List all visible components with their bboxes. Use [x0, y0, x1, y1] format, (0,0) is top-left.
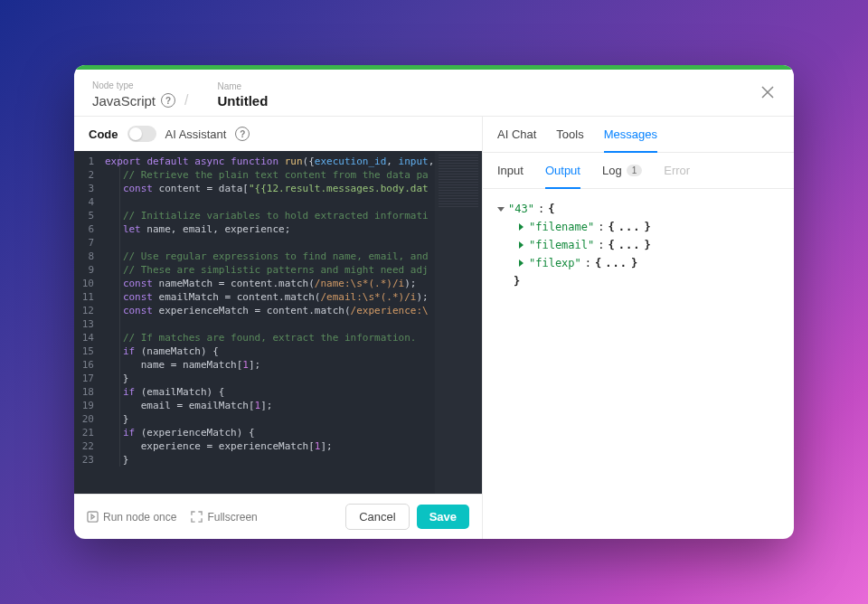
code-line[interactable]: email = emailMatch[1]; — [101, 399, 482, 412]
svg-rect-0 — [88, 512, 98, 522]
fullscreen-label: Fullscreen — [207, 511, 257, 524]
close-button[interactable] — [758, 82, 778, 102]
inspector-tabs-primary: AI Chat Tools Messages — [483, 117, 794, 153]
output-key: "filexp" — [529, 254, 581, 272]
code-pane-tabs: Code AI Assistant ? — [74, 117, 482, 151]
caret-right-icon[interactable] — [519, 241, 524, 249]
node-name[interactable]: Untitled — [217, 93, 268, 109]
save-button[interactable]: Save — [417, 505, 469, 529]
code-line[interactable]: let name, email, experience; — [101, 222, 482, 236]
ai-assistant-toggle[interactable] — [127, 126, 156, 142]
output-root-node[interactable]: "43" : { — [497, 200, 779, 218]
caret-right-icon[interactable] — [519, 223, 524, 231]
code-line[interactable]: if (nameMatch) { — [101, 344, 482, 358]
help-icon[interactable]: ? — [161, 93, 175, 108]
code-line[interactable]: } — [101, 412, 482, 426]
tab-log-label: Log — [602, 164, 622, 177]
code-line[interactable]: // Retrieve the plain text content from … — [101, 168, 482, 182]
tab-error[interactable]: Error — [664, 153, 690, 188]
nodetype-label: Node type — [92, 80, 192, 90]
tab-code[interactable]: Code — [89, 127, 118, 141]
code-line[interactable]: // Use regular expressions to find name,… — [101, 250, 482, 263]
output-key: "filemail" — [529, 236, 594, 254]
inspector-tabs-secondary: Input Output Log 1 Error — [483, 153, 794, 189]
code-line[interactable]: // Initialize variables to hold extracte… — [101, 209, 482, 222]
run-node-once-button[interactable]: Run node once — [87, 511, 176, 524]
code-line[interactable]: const experienceMatch = content.match(/e… — [101, 304, 482, 317]
code-line[interactable]: const nameMatch = content.match(/name:\s… — [101, 277, 482, 290]
caret-right-icon[interactable] — [519, 260, 524, 267]
code-line[interactable]: if (experienceMatch) { — [101, 426, 482, 439]
run-node-once-label: Run node once — [103, 511, 176, 524]
code-line[interactable] — [101, 195, 482, 209]
output-key: "filename" — [529, 218, 594, 236]
output-child-node[interactable]: "filexp" : {...} — [497, 254, 779, 272]
code-line[interactable]: experience = experienceMatch[1]; — [101, 439, 482, 453]
code-line[interactable]: // If matches are found, extract the inf… — [101, 331, 482, 344]
editor-gutter: 1234567891011121314151617181920212223 — [74, 151, 101, 494]
output-child-node[interactable]: "filemail" : {...} — [497, 236, 779, 254]
code-editor[interactable]: 1234567891011121314151617181920212223 ex… — [74, 151, 482, 494]
name-label: Name — [217, 81, 268, 91]
code-line[interactable]: const emailMatch = content.match(/email:… — [101, 290, 482, 304]
breadcrumb-separator: / — [184, 92, 188, 109]
tab-tools[interactable]: Tools — [556, 117, 583, 152]
caret-down-icon[interactable] — [497, 207, 505, 212]
output-key: "43" — [508, 200, 534, 218]
output-child-node[interactable]: "filename" : {...} — [497, 218, 779, 236]
code-line[interactable] — [101, 317, 482, 331]
code-line[interactable]: export default async function run({execu… — [101, 155, 482, 168]
inspector-pane: AI Chat Tools Messages Input Output Log … — [483, 117, 794, 539]
cancel-button[interactable]: Cancel — [345, 504, 409, 530]
modal-header: Node type JavaScript ? / Name Untitled — [74, 70, 794, 116]
log-count-badge: 1 — [627, 165, 643, 176]
output-tree[interactable]: "43" : { "filename" : {...}"filemail" : … — [483, 189, 794, 539]
code-pane-footer: Run node once Fullscreen Cancel Save — [74, 494, 482, 539]
tab-messages[interactable]: Messages — [604, 117, 657, 152]
node-editor-modal: Node type JavaScript ? / Name Untitled C… — [74, 65, 794, 539]
output-close-brace: } — [497, 272, 779, 290]
code-line[interactable]: } — [101, 453, 482, 467]
tab-log[interactable]: Log 1 — [602, 153, 642, 188]
code-line[interactable]: if (emailMatch) { — [101, 385, 482, 399]
code-line[interactable]: // These are simplistic patterns and mig… — [101, 263, 482, 277]
nodetype-value: JavaScript — [92, 93, 156, 109]
ai-assistant-label: AI Assistant — [165, 127, 227, 141]
help-icon[interactable]: ? — [235, 127, 250, 141]
editor-body[interactable]: export default async function run({execu… — [101, 151, 482, 494]
code-line[interactable]: name = nameMatch[1]; — [101, 358, 482, 372]
tab-input[interactable]: Input — [497, 153, 524, 188]
code-line[interactable]: const content = data["{{12.result.messag… — [101, 182, 482, 195]
code-pane: Code AI Assistant ? 12345678910111213141… — [74, 117, 483, 539]
tab-ai-chat[interactable]: AI Chat — [497, 117, 536, 152]
tab-output[interactable]: Output — [545, 153, 580, 188]
code-line[interactable] — [101, 236, 482, 250]
code-line[interactable]: } — [101, 372, 482, 385]
fullscreen-button[interactable]: Fullscreen — [191, 511, 257, 524]
